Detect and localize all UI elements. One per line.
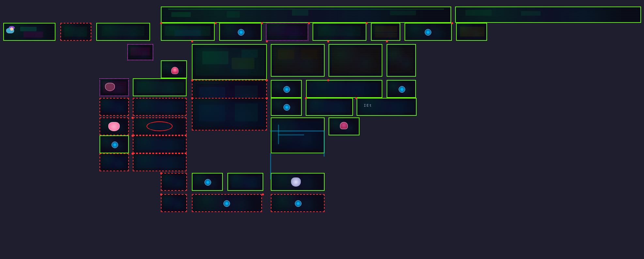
blue-path bbox=[270, 153, 271, 179]
room-43-gem bbox=[192, 194, 262, 212]
connector-dot bbox=[366, 22, 368, 24]
connector-dot bbox=[386, 40, 388, 42]
connector-dot bbox=[327, 79, 329, 81]
room-45-gem bbox=[271, 194, 325, 212]
connector-dot bbox=[160, 193, 162, 195]
room-30: IEt bbox=[357, 98, 417, 116]
room-29 bbox=[306, 98, 353, 116]
connector-dot bbox=[191, 79, 193, 81]
room-15 bbox=[192, 44, 267, 80]
connector-dot bbox=[160, 172, 162, 174]
room-21 bbox=[306, 80, 382, 98]
connector-dot bbox=[160, 22, 162, 24]
room-17 bbox=[271, 44, 325, 77]
connector-dot bbox=[266, 79, 268, 81]
connector-dot bbox=[131, 117, 133, 119]
connector-dot bbox=[308, 22, 310, 24]
room-20-gem bbox=[271, 80, 302, 98]
connector-dot bbox=[266, 97, 268, 99]
room-9 bbox=[371, 23, 400, 41]
connector-dot bbox=[327, 40, 329, 42]
room-32 bbox=[133, 117, 187, 135]
room-34 bbox=[133, 135, 187, 153]
connector-dot bbox=[131, 153, 133, 155]
room-23 bbox=[100, 78, 129, 96]
room-33-gem bbox=[100, 135, 129, 153]
connector-dot bbox=[191, 40, 193, 42]
room-39 bbox=[161, 173, 187, 191]
connector-dot bbox=[215, 22, 217, 24]
room-13 bbox=[127, 44, 153, 60]
room-38-mushroom bbox=[329, 117, 360, 135]
connector-dot bbox=[355, 97, 357, 99]
room-top-wide bbox=[161, 7, 451, 23]
room-25 bbox=[100, 98, 129, 116]
room-41 bbox=[227, 173, 263, 191]
connector-dot bbox=[191, 97, 193, 99]
room-24 bbox=[133, 78, 187, 96]
room-31-creature bbox=[100, 117, 129, 135]
room-3 bbox=[96, 23, 150, 41]
room-22-gem bbox=[387, 80, 416, 98]
connector-dot bbox=[261, 22, 263, 24]
connector-dot bbox=[131, 135, 133, 137]
room-42 bbox=[161, 194, 187, 212]
room-27 bbox=[192, 98, 267, 130]
room-5 bbox=[161, 23, 215, 41]
room-37 bbox=[271, 117, 325, 153]
room-10-gem bbox=[405, 23, 452, 41]
connector-dot bbox=[305, 97, 307, 99]
room-40-gem bbox=[192, 173, 223, 191]
room-26 bbox=[133, 98, 187, 116]
room-19 bbox=[387, 44, 416, 77]
room-top-right bbox=[455, 7, 641, 23]
room-6-gem bbox=[219, 23, 262, 41]
connector-dot bbox=[266, 40, 268, 42]
room-14-mushroom bbox=[161, 60, 187, 78]
room-2 bbox=[60, 23, 91, 41]
room-36 bbox=[133, 153, 187, 171]
room-44 bbox=[271, 173, 325, 191]
connector-dot bbox=[451, 22, 453, 24]
room-8 bbox=[313, 23, 366, 41]
blue-path bbox=[324, 130, 325, 157]
blue-path bbox=[270, 130, 324, 131]
room-18 bbox=[329, 44, 382, 77]
room-character[interactable] bbox=[3, 23, 55, 41]
connector-dot bbox=[262, 193, 264, 195]
room-35 bbox=[100, 153, 129, 171]
room-11 bbox=[456, 23, 487, 41]
game-map: IEt bbox=[0, 0, 644, 259]
room-7 bbox=[266, 23, 308, 41]
room-28-gem bbox=[271, 98, 302, 116]
